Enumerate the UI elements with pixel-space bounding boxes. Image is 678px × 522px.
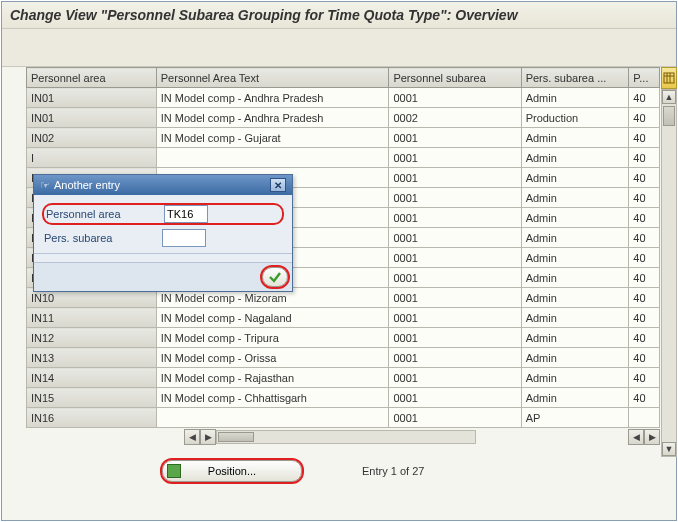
table-cell[interactable]: Admin	[521, 288, 629, 308]
table-cell[interactable]	[156, 408, 389, 428]
table-cell[interactable]	[156, 148, 389, 168]
table-cell[interactable]: 40	[629, 208, 660, 228]
table-cell[interactable]: 40	[629, 88, 660, 108]
table-cell[interactable]: I	[27, 148, 157, 168]
table-row[interactable]: IN01IN Model comp - Andhra Pradesh0001Ad…	[27, 88, 660, 108]
position-button[interactable]: Position...	[162, 460, 302, 482]
table-cell[interactable]: Admin	[521, 188, 629, 208]
table-cell[interactable]: Admin	[521, 168, 629, 188]
table-cell[interactable]: Admin	[521, 388, 629, 408]
table-cell[interactable]: IN13	[27, 348, 157, 368]
input-pers-subarea[interactable]	[162, 229, 206, 247]
table-cell[interactable]: IN01	[27, 88, 157, 108]
table-cell[interactable]: 40	[629, 388, 660, 408]
hscroll-track[interactable]	[216, 430, 476, 444]
table-cell[interactable]: Admin	[521, 128, 629, 148]
table-cell[interactable]: 0001	[389, 388, 521, 408]
table-cell[interactable]: 40	[629, 268, 660, 288]
table-row[interactable]: IN01IN Model comp - Andhra Pradesh0002Pr…	[27, 108, 660, 128]
table-cell[interactable]: 0001	[389, 148, 521, 168]
table-cell[interactable]: Admin	[521, 228, 629, 248]
scroll-left-button[interactable]: ◀	[184, 429, 200, 445]
table-row[interactable]: IN15IN Model comp - Chhattisgarh0001Admi…	[27, 388, 660, 408]
table-cell[interactable]: IN Model comp - Gujarat	[156, 128, 389, 148]
table-cell[interactable]: Production	[521, 108, 629, 128]
table-cell[interactable]: Admin	[521, 328, 629, 348]
table-cell[interactable]: 40	[629, 288, 660, 308]
scroll-thumb[interactable]	[663, 106, 675, 126]
table-cell[interactable]: 0001	[389, 248, 521, 268]
table-cell[interactable]: IN Model comp - Andhra Pradesh	[156, 108, 389, 128]
table-cell[interactable]: Admin	[521, 348, 629, 368]
table-cell[interactable]: 40	[629, 248, 660, 268]
table-settings-button[interactable]	[661, 67, 677, 89]
dialog-close-button[interactable]: ✕	[270, 178, 286, 192]
table-cell[interactable]	[629, 408, 660, 428]
dialog-ok-button[interactable]	[262, 267, 288, 287]
table-cell[interactable]: 0001	[389, 88, 521, 108]
table-cell[interactable]: Admin	[521, 268, 629, 288]
scroll-right-button[interactable]: ▶	[200, 429, 216, 445]
dialog-titlebar[interactable]: ☞ Another entry ✕	[34, 175, 292, 195]
scroll-up-arrow-icon[interactable]: ▲	[662, 90, 676, 104]
table-cell[interactable]: IN Model comp - Chhattisgarh	[156, 388, 389, 408]
table-cell[interactable]: 0001	[389, 268, 521, 288]
table-cell[interactable]: IN Model comp - Tripura	[156, 328, 389, 348]
table-cell[interactable]: AP	[521, 408, 629, 428]
table-cell[interactable]: 0001	[389, 228, 521, 248]
table-cell[interactable]: Admin	[521, 368, 629, 388]
table-cell[interactable]: 40	[629, 188, 660, 208]
table-cell[interactable]: 0001	[389, 168, 521, 188]
table-cell[interactable]: IN Model comp - Orissa	[156, 348, 389, 368]
table-cell[interactable]: 0001	[389, 368, 521, 388]
table-row[interactable]: IN11IN Model comp - Nagaland0001Admin40	[27, 308, 660, 328]
table-cell[interactable]: IN11	[27, 308, 157, 328]
scroll-down-arrow-icon[interactable]: ▼	[662, 442, 676, 456]
table-cell[interactable]: 40	[629, 328, 660, 348]
table-row[interactable]: IN02IN Model comp - Gujarat0001Admin40	[27, 128, 660, 148]
table-cell[interactable]: 40	[629, 108, 660, 128]
table-cell[interactable]: 40	[629, 168, 660, 188]
table-cell[interactable]: IN15	[27, 388, 157, 408]
scroll-left-button-2[interactable]: ◀	[628, 429, 644, 445]
table-row[interactable]: I0001Admin40	[27, 148, 660, 168]
table-cell[interactable]: Admin	[521, 308, 629, 328]
table-cell[interactable]: 0001	[389, 328, 521, 348]
scroll-right-button-2[interactable]: ▶	[644, 429, 660, 445]
col-header-p[interactable]: P...	[629, 68, 660, 88]
table-cell[interactable]: 40	[629, 128, 660, 148]
table-row[interactable]: IN12IN Model comp - Tripura0001Admin40	[27, 328, 660, 348]
table-cell[interactable]: 0001	[389, 128, 521, 148]
col-header-pers-subarea-text[interactable]: Pers. subarea ...	[521, 68, 629, 88]
table-cell[interactable]: IN Model comp - Rajasthan	[156, 368, 389, 388]
table-cell[interactable]: 0001	[389, 208, 521, 228]
table-cell[interactable]: IN02	[27, 128, 157, 148]
table-row[interactable]: IN14IN Model comp - Rajasthan0001Admin40	[27, 368, 660, 388]
table-cell[interactable]: Admin	[521, 148, 629, 168]
input-personnel-area[interactable]	[164, 205, 208, 223]
table-row[interactable]: IN160001AP	[27, 408, 660, 428]
table-cell[interactable]: IN16	[27, 408, 157, 428]
table-cell[interactable]: 40	[629, 148, 660, 168]
col-header-personnel-area[interactable]: Personnel area	[27, 68, 157, 88]
table-cell[interactable]: IN12	[27, 328, 157, 348]
table-cell[interactable]: 0001	[389, 188, 521, 208]
hscroll-thumb[interactable]	[218, 432, 254, 442]
table-cell[interactable]: Admin	[521, 248, 629, 268]
table-cell[interactable]: IN Model comp - Nagaland	[156, 308, 389, 328]
table-cell[interactable]: IN Model comp - Andhra Pradesh	[156, 88, 389, 108]
table-cell[interactable]: 0001	[389, 408, 521, 428]
table-cell[interactable]: 40	[629, 308, 660, 328]
col-header-personnel-area-text[interactable]: Personnel Area Text	[156, 68, 389, 88]
vertical-scrollbar[interactable]: ▲ ▼	[661, 89, 677, 457]
table-cell[interactable]: 0001	[389, 288, 521, 308]
table-cell[interactable]: Admin	[521, 208, 629, 228]
table-cell[interactable]: 40	[629, 348, 660, 368]
table-cell[interactable]: 40	[629, 368, 660, 388]
table-row[interactable]: IN13IN Model comp - Orissa0001Admin40	[27, 348, 660, 368]
table-cell[interactable]: IN14	[27, 368, 157, 388]
table-cell[interactable]: 0002	[389, 108, 521, 128]
table-cell[interactable]: IN01	[27, 108, 157, 128]
col-header-personnel-subarea[interactable]: Personnel subarea	[389, 68, 521, 88]
table-cell[interactable]: Admin	[521, 88, 629, 108]
